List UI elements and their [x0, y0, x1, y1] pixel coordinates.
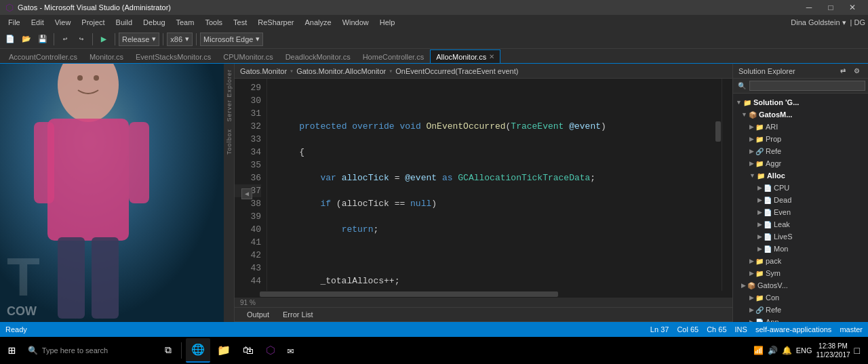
undo-btn[interactable]: ↩ — [58, 32, 73, 47]
task-view-button[interactable]: ⧉ — [159, 338, 177, 363]
se-item-mon[interactable]: ▶📄Mon — [733, 243, 868, 255]
notification-icon[interactable]: 🔔 — [782, 346, 792, 355]
new-file-btn[interactable]: 📄 — [3, 32, 18, 47]
tab-accountcontroller[interactable]: AccountController.cs — [3, 49, 83, 63]
lang-indicator[interactable]: ENG — [796, 346, 812, 355]
config-dropdown[interactable]: Release ▾ — [119, 33, 159, 46]
status-ready[interactable]: Ready — [5, 325, 27, 333]
close-button[interactable]: ✕ — [842, 0, 863, 15]
se-item-con[interactable]: ▶📁Con — [733, 291, 868, 304]
scrollbar-thumb[interactable] — [260, 291, 558, 297]
status-ins[interactable]: INS — [735, 325, 747, 333]
se-toolbar: 🔍 — [733, 79, 868, 94]
open-file-btn[interactable]: 📂 — [19, 32, 34, 47]
menu-test[interactable]: Test — [228, 15, 252, 30]
vs-button[interactable]: ⬡ — [260, 338, 281, 363]
menu-edit[interactable]: Edit — [26, 15, 50, 30]
svg-rect-5 — [92, 237, 119, 319]
tab-close-icon[interactable]: ✕ — [489, 53, 494, 60]
se-item-solution[interactable]: ▼📁Solution 'G... — [733, 96, 868, 108]
se-item-pack[interactable]: ▶📁pack — [733, 255, 868, 267]
tab-homecontroller[interactable]: HomeController.cs — [357, 49, 430, 63]
se-item-leak[interactable]: ▶📄Leak — [733, 218, 868, 230]
menu-resharper[interactable]: ReSharper — [252, 15, 299, 30]
scrollbar-thumb[interactable] — [715, 121, 721, 142]
menu-file[interactable]: File — [3, 15, 26, 30]
menu-project[interactable]: Project — [76, 15, 110, 30]
se-item-sym[interactable]: ▶📁Sym — [733, 267, 868, 279]
browser-arrow: ▾ — [256, 35, 260, 43]
menu-debug[interactable]: Debug — [138, 15, 170, 30]
code-content[interactable]: protected override void OnEventOccurred(… — [267, 79, 715, 291]
mail-button[interactable]: ✉ — [282, 338, 300, 363]
tab-cpumonitor[interactable]: CPUMonitor.cs — [217, 49, 279, 63]
status-app[interactable]: self-aware-applications — [755, 325, 832, 333]
path-segment-3[interactable]: OnEventOccurred(TraceEvent event) — [395, 67, 518, 75]
se-search-btn[interactable]: 🔍 — [736, 80, 748, 92]
start-btn[interactable]: ▶ — [96, 32, 111, 47]
status-branch[interactable]: master — [840, 325, 863, 333]
status-ch[interactable]: Ch 65 — [707, 325, 726, 333]
menu-help[interactable]: Help — [374, 15, 401, 30]
save-btn[interactable]: 💾 — [35, 32, 50, 47]
status-col[interactable]: Col 65 — [677, 325, 698, 333]
error-list-tab[interactable]: Error List — [276, 309, 320, 320]
volume-icon[interactable]: 🔊 — [768, 346, 778, 355]
se-item-prop[interactable]: ▶📁Prop — [733, 133, 868, 145]
search-button[interactable]: 🔍 Type here to search — [22, 338, 158, 363]
main-area: T COW Server Explorer Toolbox Gatos.Moni… — [0, 64, 868, 322]
start-button[interactable]: ⊞ — [3, 338, 21, 363]
output-tab[interactable]: Output — [240, 309, 276, 320]
se-prop-btn[interactable]: ⚙ — [850, 65, 863, 77]
title-bar-controls: ─ □ ✕ — [799, 0, 863, 15]
se-item-refe[interactable]: ▶🔗Refe — [733, 145, 868, 157]
se-item-gatos-monitor[interactable]: ▼📦GatosM... — [733, 108, 868, 121]
se-item-ari[interactable]: ▶📁ARI — [733, 121, 868, 133]
se-tree: ▼📁Solution 'G... ▼📦GatosM... ▶📁ARI ▶📁Pro… — [733, 94, 868, 322]
store-button[interactable]: 🛍 — [237, 338, 259, 363]
clock[interactable]: 12:38 PM 11/23/2017 — [816, 342, 850, 359]
menu-team[interactable]: Team — [171, 15, 200, 30]
menu-tools[interactable]: Tools — [199, 15, 228, 30]
redo-btn[interactable]: ↪ — [74, 32, 89, 47]
svg-point-7 — [94, 75, 99, 81]
horizontal-scrollbar[interactable] — [235, 291, 732, 298]
path-segment-2[interactable]: Gatos.Monitor.AllocMonitor — [296, 67, 386, 75]
se-item-lives[interactable]: ▶📄LiveS — [733, 230, 868, 243]
platform-dropdown[interactable]: x86 ▾ — [167, 33, 193, 46]
se-item-app1[interactable]: ▶📄App. — [733, 316, 868, 322]
tab-allocmonitor[interactable]: AllocMonitor.cs ✕ — [430, 49, 500, 63]
minimize-button[interactable]: ─ — [799, 0, 819, 15]
zoom-label[interactable]: 91 % — [240, 299, 256, 306]
menu-analyze[interactable]: Analyze — [299, 15, 336, 30]
vertical-scrollbar[interactable] — [715, 79, 722, 291]
tab-deadlockmonitor[interactable]: DeadlockMonitor.cs — [279, 49, 357, 63]
se-sync-btn[interactable]: ⇄ — [837, 65, 849, 77]
se-item-cpu[interactable]: ▶📄CPU — [733, 182, 868, 194]
se-item-dead[interactable]: ▶📄Dead — [733, 194, 868, 206]
tab-monitor[interactable]: Monitor.cs — [83, 49, 130, 63]
se-item-gatos-v[interactable]: ▶📦GatosV... — [733, 279, 868, 291]
menu-view[interactable]: View — [50, 15, 77, 30]
path-segment-1[interactable]: Gatos.Monitor — [240, 67, 287, 75]
se-item-refe2[interactable]: ▶🔗Refe — [733, 304, 868, 316]
code-editor[interactable]: 29 30 31 32 33 34 35 36 37 38 39 40 41 4… — [235, 79, 732, 291]
edge-button[interactable]: 🌐 — [186, 338, 210, 363]
se-item-aggr[interactable]: ▶📁Aggr — [733, 157, 868, 169]
explorer-button[interactable]: 📁 — [212, 338, 236, 363]
status-ln[interactable]: Ln 37 — [650, 325, 669, 333]
browser-dropdown[interactable]: Microsoft Edge ▾ — [200, 33, 263, 46]
toolbox-label[interactable]: Toolbox — [226, 126, 233, 157]
se-search-input[interactable] — [749, 81, 865, 91]
menu-build[interactable]: Build — [111, 15, 138, 30]
maximize-button[interactable]: □ — [821, 0, 841, 15]
menu-window[interactable]: Window — [337, 15, 374, 30]
tab-eventstacksmonitor[interactable]: EventStacksMonitor.cs — [130, 49, 217, 63]
minimap[interactable] — [722, 79, 732, 291]
server-explorer-label[interactable]: Server Explorer — [226, 66, 233, 125]
collapse-panel-arrow[interactable]: ◀ — [241, 188, 252, 199]
network-icon[interactable]: 📶 — [753, 346, 764, 355]
se-item-alloc[interactable]: ▼📁Alloc — [733, 169, 868, 182]
se-item-even[interactable]: ▶📄Even — [733, 206, 868, 218]
notification-btn[interactable]: □ — [854, 345, 860, 356]
